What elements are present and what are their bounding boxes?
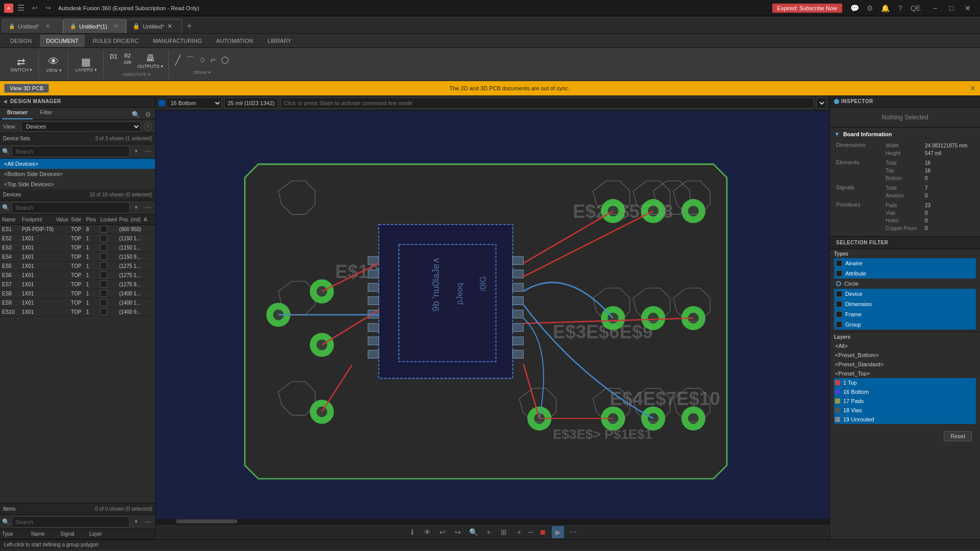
- draw-polygon-btn[interactable]: ⬡: [219, 54, 231, 68]
- eye-btn[interactable]: 👁: [421, 526, 433, 538]
- view-help-btn[interactable]: ?: [144, 122, 152, 131]
- table-row[interactable]: ES10 1X01 TOP 1 (1400 9...: [0, 308, 155, 317]
- tab-automation[interactable]: AUTOMATION: [210, 35, 259, 47]
- tab-library[interactable]: LIBRARY: [261, 35, 298, 47]
- layer-filter-18-vias[interactable]: 18 Vias: [834, 406, 976, 415]
- draw-line-btn[interactable]: ╱: [173, 54, 183, 68]
- table-row[interactable]: ES2 1X01 TOP 1 (1150 1...: [0, 234, 155, 243]
- items-dropdown[interactable]: ▾: [132, 517, 141, 527]
- table-row[interactable]: ES3 1X01 TOP 1 (1150 1...: [0, 243, 155, 253]
- table-row[interactable]: ES7 1X01 TOP 1 (1275 9...: [0, 280, 155, 289]
- view3d-btn[interactable]: View 3D PCB: [4, 84, 49, 93]
- devices-options-btn[interactable]: ⋯: [143, 203, 153, 213]
- notifications-icon[interactable]: 🔔: [878, 1, 892, 15]
- filter-item-circle[interactable]: Circle: [834, 279, 976, 289]
- device-set-all[interactable]: <All Devices>: [0, 159, 155, 169]
- browser-tab[interactable]: Browser: [2, 108, 33, 119]
- filter-item-device[interactable]: Device: [834, 289, 976, 299]
- devices-search[interactable]: [12, 202, 130, 213]
- layer-filter-preset-standard[interactable]: <Preset_Standard>: [834, 360, 976, 369]
- canvas-area[interactable]: 16 Bottom 1 Top 17 Pads 18 Vias 25 mil (…: [156, 95, 829, 539]
- expired-subscribe-btn[interactable]: Expired: Subscribe Now: [772, 4, 842, 13]
- canvas-scrollbar[interactable]: [156, 519, 829, 524]
- redo-btn[interactable]: ↪: [42, 2, 54, 14]
- more-btn[interactable]: ⋯: [567, 526, 579, 538]
- search-panel-btn[interactable]: 🔍: [131, 109, 141, 119]
- tab-design[interactable]: DESIGN: [4, 35, 38, 47]
- device-set-top[interactable]: <Top Side Devices>: [0, 179, 155, 189]
- tab-untitled3[interactable]: 🔒 Untitled* ✕: [126, 19, 182, 33]
- layer-select[interactable]: 16 Bottom 1 Top 17 Pads 18 Vias: [166, 97, 222, 109]
- table-row[interactable]: ES6 1X01 TOP 1 (1275 1...: [0, 271, 155, 280]
- maximize-btn[interactable]: □: [943, 0, 960, 16]
- layer-filter-all[interactable]: <All>: [834, 341, 976, 350]
- tab-document[interactable]: DOCUMENT: [40, 35, 85, 47]
- annotate-d1-btn[interactable]: D1: [108, 52, 119, 70]
- close-btn[interactable]: ✕: [960, 0, 976, 16]
- dm-collapse-btn[interactable]: ◀: [3, 98, 7, 104]
- fit-btn[interactable]: ⊞: [498, 526, 510, 538]
- outputs-btn[interactable]: 🖶 OUTPUTS ▾: [135, 52, 165, 70]
- items-search[interactable]: [12, 516, 130, 528]
- tab-manufacturing[interactable]: MANUFACTURING: [147, 35, 208, 47]
- table-row[interactable]: ES8 1X01 TOP 1 (1400 1...: [0, 289, 155, 298]
- view-btn[interactable]: 👁 VIEW ▾: [43, 55, 65, 74]
- scrollbar-thumb[interactable]: [176, 519, 237, 523]
- view-select[interactable]: Devices: [21, 121, 141, 132]
- profile-icon[interactable]: QE: [909, 1, 923, 15]
- filter-item-dimension[interactable]: Dimension: [834, 299, 976, 309]
- annotate-r2-btn[interactable]: R210k: [121, 52, 133, 70]
- table-row[interactable]: ES4 1X01 TOP 1 (1150 9...: [0, 253, 155, 262]
- layer-filter-16-bottom[interactable]: 16 Bottom: [834, 387, 976, 396]
- settings-icon[interactable]: ⚙: [863, 1, 877, 15]
- items-options-btn[interactable]: ⋯: [143, 517, 153, 527]
- cmd-input[interactable]: [280, 97, 814, 109]
- zoom-in-btn[interactable]: +: [482, 526, 495, 538]
- tab-close[interactable]: ✕: [44, 23, 52, 30]
- info-btn[interactable]: ℹ: [406, 526, 418, 538]
- draw-arc-btn[interactable]: ⌒: [184, 54, 197, 68]
- settings-panel-btn[interactable]: ⚙: [143, 109, 153, 119]
- layers-btn[interactable]: ▦ LAYERS ▾: [72, 55, 100, 74]
- undo-btn[interactable]: ↩: [29, 2, 41, 14]
- new-tab-btn[interactable]: +: [182, 19, 197, 33]
- switch-btn[interactable]: ⇄ SWITCH ▾: [7, 55, 35, 74]
- table-row[interactable]: ES1 P(R-PDIP-T8) TOP 8 (900 950): [0, 225, 155, 234]
- tab-untitled1[interactable]: 🔒 Untitled* ✕: [2, 19, 63, 33]
- filter-item-airwire[interactable]: Airwire: [834, 258, 976, 268]
- minimize-btn[interactable]: −: [927, 0, 943, 16]
- filter-item-attribute[interactable]: Attribute: [834, 268, 976, 279]
- pcb-canvas[interactable]: 9b 'nu0laJe∧ pJeoq /0IG E$10 E$2E$5E$8 E…: [156, 111, 829, 519]
- table-row[interactable]: ES9 1X01 TOP 1 (1400 1...: [0, 298, 155, 308]
- device-set-bottom[interactable]: <Bottom Side Devices>: [0, 169, 155, 179]
- reset-btn[interactable]: Reset: [944, 431, 972, 441]
- layer-filter-19-unrouted[interactable]: 19 Unrouted: [834, 415, 976, 424]
- grid-btn[interactable]: +: [513, 526, 525, 538]
- stop-btn[interactable]: ⏹: [536, 526, 549, 538]
- layer-filter-preset-top[interactable]: <Preset_Top>: [834, 369, 976, 378]
- filter-item-frame[interactable]: Frame: [834, 309, 976, 319]
- redo-canvas-btn[interactable]: ↪: [452, 526, 464, 538]
- device-sets-dropdown[interactable]: ▾: [132, 147, 141, 156]
- cmd-dropdown[interactable]: ▾: [816, 97, 826, 109]
- devices-dropdown[interactable]: ▾: [132, 203, 141, 212]
- layer-filter-preset-bottom[interactable]: <Preset_Bottom>: [834, 350, 976, 360]
- table-row[interactable]: ES5 1X01 TOP 1 (1275 1...: [0, 262, 155, 271]
- layer-filter-17-pads[interactable]: 17 Pads: [834, 396, 976, 406]
- draw-circle-btn[interactable]: ○: [198, 54, 208, 68]
- tab-untitled2[interactable]: 🔒 Untitled*(1) ✕: [63, 19, 126, 33]
- tab-close[interactable]: ✕: [167, 23, 172, 30]
- device-sets-search[interactable]: [12, 146, 130, 157]
- zoom-out-btn[interactable]: 🔍: [467, 526, 479, 538]
- layer-filter-1-top[interactable]: 1 Top: [834, 378, 976, 387]
- tab-close[interactable]: ✕: [112, 23, 119, 30]
- filter-item-group[interactable]: Group: [834, 319, 976, 330]
- close-bar-btn[interactable]: ✕: [970, 84, 976, 92]
- undo-canvas-btn[interactable]: ↩: [436, 526, 449, 538]
- chat-icon[interactable]: 💬: [847, 1, 862, 15]
- draw-rect-btn[interactable]: ⌐: [209, 54, 218, 68]
- board-info-header[interactable]: ▼ Board Information: [834, 131, 976, 138]
- select-btn[interactable]: ▶: [552, 526, 564, 538]
- help-icon[interactable]: ?: [893, 1, 908, 15]
- device-sets-options-btn[interactable]: ⋯: [143, 146, 153, 157]
